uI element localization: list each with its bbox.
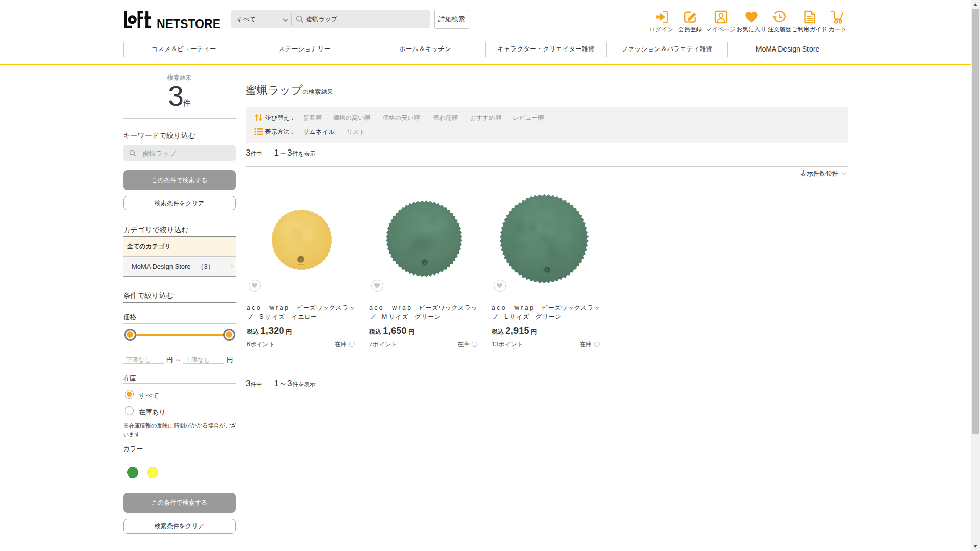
svg-text:NETSTORE: NETSTORE bbox=[157, 17, 220, 29]
svg-text:a: a bbox=[546, 268, 548, 272]
svg-text:a: a bbox=[300, 257, 302, 262]
svg-text:a: a bbox=[424, 260, 426, 265]
